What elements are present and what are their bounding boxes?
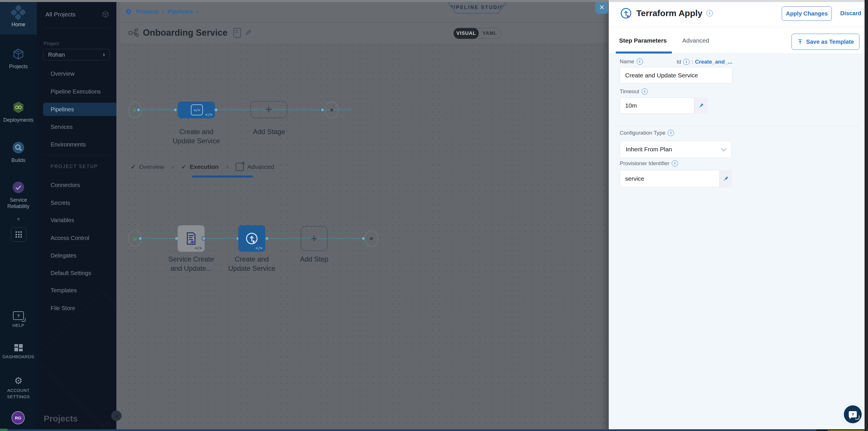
id-value-link[interactable]: Create_and_...	[695, 59, 732, 65]
tab-step-parameters[interactable]: Step Parameters	[619, 37, 667, 44]
add-stage-button[interactable]: +	[250, 101, 287, 118]
sidebar-item-services[interactable]: Services	[51, 120, 116, 134]
graph-connector[interactable]	[173, 108, 178, 112]
graph-connector[interactable]	[202, 236, 206, 241]
info-icon[interactable]: i	[637, 58, 643, 65]
graph-connector[interactable]	[320, 108, 325, 112]
graph-connector[interactable]	[136, 108, 141, 112]
resource-center-fab[interactable]: ?	[844, 405, 862, 423]
grid-icon	[16, 231, 22, 238]
pipeline-graph-icon	[128, 28, 139, 37]
sidebar-item-pipelines-selected[interactable]: Pipelines	[51, 103, 116, 116]
plus-icon: +	[311, 232, 317, 245]
user-avatar[interactable]: RG	[11, 411, 25, 424]
terraform-apply-icon	[620, 7, 632, 20]
graph-connector[interactable]	[138, 236, 143, 241]
toggle-yaml[interactable]: YAML	[483, 30, 497, 36]
breadcrumb: Projects › Pipelines ›	[124, 6, 198, 17]
pipeline-title-row: Onboarding Service ✎	[128, 26, 251, 39]
nav-deployments[interactable]: Deployments	[0, 101, 37, 123]
advanced-gear-icon: ⚙	[236, 163, 244, 171]
info-icon[interactable]: i	[707, 10, 713, 17]
breadcrumb-separator-icon: ›	[196, 8, 198, 15]
edit-pencil-icon[interactable]: ✎	[245, 28, 251, 38]
chevron-right-icon: ›	[172, 163, 174, 171]
graph-connector[interactable]	[214, 108, 218, 112]
info-icon[interactable]: i	[642, 88, 648, 95]
tab-execution[interactable]: ✓ Execution	[181, 164, 218, 170]
all-projects-header[interactable]: All Projects	[45, 8, 109, 21]
drawer-header: Terraform Apply i	[620, 7, 713, 20]
close-drawer-button[interactable]: ×	[595, 1, 608, 14]
timeout-pin-button[interactable]	[694, 97, 708, 114]
home-icon	[10, 5, 27, 21]
sidebar-item-variables[interactable]: Variables	[51, 213, 116, 227]
pipeline-canvas[interactable]: Projects › Pipelines › PIPELINE STUDIO O…	[116, 0, 609, 431]
active-tab-underline	[192, 175, 253, 177]
toggle-visual[interactable]: VISUAL	[457, 30, 476, 36]
project-selector[interactable]: Rohan ›	[43, 49, 110, 60]
add-step-button[interactable]: +	[301, 226, 328, 251]
info-icon[interactable]: i	[672, 160, 678, 167]
sidebar-item-secrets[interactable]: Secrets	[51, 196, 116, 209]
stage-node-create-and-update-service[interactable]: </> </>	[178, 102, 215, 118]
sidebar-item-file-store[interactable]: File Store	[51, 301, 116, 315]
breadcrumb-projects[interactable]: Projects	[136, 8, 159, 15]
drawer-title: Terraform Apply	[636, 8, 703, 18]
name-field-wrap	[620, 67, 732, 84]
nav-dashboards[interactable]: DASHBOARDS	[0, 344, 37, 360]
provisioner-field-wrap	[620, 170, 732, 187]
configuration-type-select[interactable]: Inherit From Plan	[620, 141, 732, 158]
sidebar-item-connectors[interactable]: Connectors	[51, 178, 116, 192]
module-grid-button[interactable]	[11, 227, 26, 242]
nav-builds[interactable]: Builds	[0, 141, 37, 164]
sidebar-item-default-settings[interactable]: Default Settings	[51, 266, 116, 280]
help-chat-icon: ?	[13, 311, 24, 320]
provisioner-pin-button[interactable]	[719, 170, 732, 187]
step-node-create-and-update-service-selected[interactable]: </>	[238, 225, 265, 252]
nav-account-settings[interactable]: ⚙ ACCOUNT SETTINGS	[0, 376, 37, 400]
tab-overview[interactable]: ✓ Overview	[131, 164, 164, 170]
builds-icon	[12, 141, 25, 154]
name-input[interactable]	[620, 67, 732, 84]
sidebar-divider	[43, 28, 111, 28]
pipeline-studio-badge-label: PIPELINE STUDIO	[450, 5, 504, 10]
pipeline-studio-screen: Projects › Pipelines › PIPELINE STUDIO O…	[0, 0, 868, 431]
graph-connector[interactable]	[265, 236, 269, 241]
rail-expand-caret-icon[interactable]: ▼	[13, 217, 24, 223]
terraform-apply-icon	[245, 232, 259, 246]
step1-label: Service Createand Update...	[159, 255, 223, 273]
nav-projects[interactable]: Projects	[0, 48, 37, 69]
save-as-template-button[interactable]: Save as Template	[792, 34, 859, 50]
nav-help[interactable]: ? HELP	[0, 311, 37, 328]
left-nav-rail: Home Projects Deployments Builds	[0, 0, 37, 431]
tab-advanced[interactable]: ⚙ Advanced	[236, 163, 274, 171]
service-reliability-icon	[12, 181, 25, 194]
info-icon[interactable]: i	[683, 59, 689, 65]
sidebar-item-access-control[interactable]: Access Control	[51, 231, 116, 245]
sidebar-item-templates[interactable]: Templates	[51, 284, 116, 297]
step-node-service-create-and-update[interactable]: </>	[178, 225, 205, 252]
header-divider	[609, 27, 868, 27]
sidebar-item-pipeline-executions[interactable]: Pipeline Executions	[51, 85, 116, 98]
sidebar-collapse-handle[interactable]: ◀	[111, 410, 122, 421]
sidebar-item-environments[interactable]: Environments	[51, 138, 116, 151]
visual-yaml-toggle[interactable]: VISUAL YAML	[454, 28, 501, 39]
sidebar-item-delegates[interactable]: Delegates	[51, 249, 116, 262]
apply-changes-button[interactable]: Apply Changes	[782, 6, 832, 21]
save-template-icon	[797, 38, 803, 45]
provisioner-input[interactable]	[620, 170, 732, 187]
nav-home[interactable]: Home	[0, 7, 37, 28]
sidebar-item-overview[interactable]: Overview	[51, 67, 116, 80]
nav-service-reliability[interactable]: Service Reliability	[0, 181, 37, 209]
copy-icon[interactable]	[234, 28, 241, 38]
info-icon[interactable]: i	[668, 130, 674, 136]
select-caret-icon	[721, 146, 726, 151]
breadcrumb-pipelines[interactable]: Pipelines	[167, 8, 193, 15]
window-top-edge	[0, 0, 609, 2]
tab-advanced[interactable]: Advanced	[682, 37, 709, 44]
config-type-label-row: Configuration Typei	[620, 130, 674, 136]
yaml-code-badge-icon: </>	[195, 246, 202, 250]
discard-button[interactable]: Discard	[838, 6, 864, 20]
stop-icon: ■	[370, 235, 373, 242]
